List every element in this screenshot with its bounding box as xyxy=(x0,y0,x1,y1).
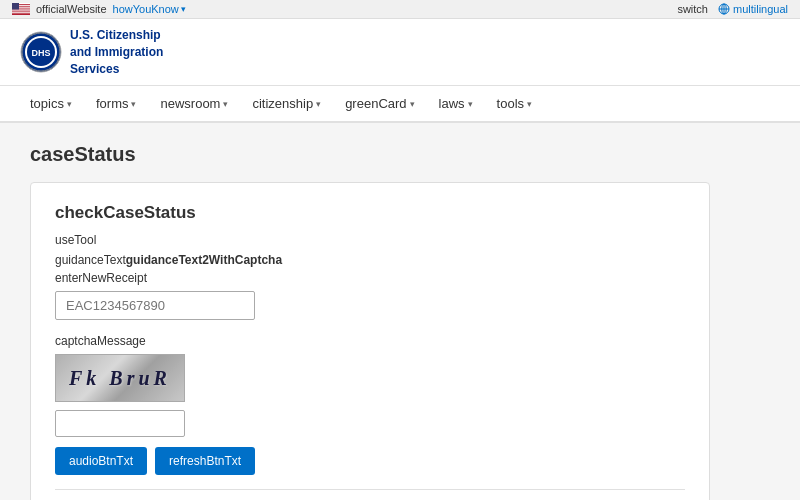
svg-rect-5 xyxy=(12,10,30,11)
refresh-button[interactable]: refreshBtnTxt xyxy=(155,447,255,475)
how-you-know-link[interactable]: howYouKnow ▾ xyxy=(113,3,186,15)
nav-item-tools[interactable]: tools ▾ xyxy=(487,86,542,121)
how-you-know-chevron-icon: ▾ xyxy=(181,4,186,14)
receipt-number-input[interactable] xyxy=(55,291,255,320)
check-case-status-card: checkCaseStatus useTool guidanceTextguid… xyxy=(30,182,710,500)
nav-item-topics[interactable]: topics ▾ xyxy=(20,86,82,121)
dhs-seal-icon: DHS xyxy=(20,31,62,73)
site-header: DHS U.S. Citizenship and Immigration Ser… xyxy=(0,19,800,86)
svg-rect-7 xyxy=(12,3,19,10)
top-banner-left: officialWebsite howYouKnow ▾ xyxy=(12,3,186,15)
logo-text: U.S. Citizenship and Immigration Service… xyxy=(70,27,163,77)
audio-button[interactable]: audioBtnTxt xyxy=(55,447,147,475)
nav-item-forms[interactable]: forms ▾ xyxy=(86,86,147,121)
top-banner-right: switch multilingual xyxy=(677,3,788,15)
captcha-input[interactable] xyxy=(55,410,185,437)
nav-item-laws[interactable]: laws ▾ xyxy=(429,86,483,121)
laws-chevron-icon: ▾ xyxy=(468,99,473,109)
main-nav: topics ▾ forms ▾ newsroom ▾ citizenship … xyxy=(0,86,800,123)
nav-item-citizenship[interactable]: citizenship ▾ xyxy=(242,86,331,121)
page-title: caseStatus xyxy=(30,143,770,166)
main-content: caseStatus checkCaseStatus useTool guida… xyxy=(0,123,800,500)
newsroom-chevron-icon: ▾ xyxy=(223,99,228,109)
card-divider xyxy=(55,489,685,490)
enter-receipt-label: enterNewReceipt xyxy=(55,271,685,285)
captcha-code-text: Fk BruR xyxy=(69,367,171,390)
card-title: checkCaseStatus xyxy=(55,203,685,223)
tools-chevron-icon: ▾ xyxy=(527,99,532,109)
captcha-message-label: captchaMessage xyxy=(55,334,685,348)
action-button-row: audioBtnTxt refreshBtnTxt xyxy=(55,447,685,475)
nav-item-greencard[interactable]: greenCard ▾ xyxy=(335,86,424,121)
nav-item-newsroom[interactable]: newsroom ▾ xyxy=(150,86,238,121)
logo-container: DHS U.S. Citizenship and Immigration Ser… xyxy=(20,27,163,77)
svg-rect-6 xyxy=(12,12,30,13)
multilingual-link[interactable]: multilingual xyxy=(718,3,788,15)
greencard-chevron-icon: ▾ xyxy=(410,99,415,109)
us-flag-icon xyxy=(12,3,30,15)
guidance-text: guidanceTextguidanceText2WithCaptcha xyxy=(55,253,685,267)
citizenship-chevron-icon: ▾ xyxy=(316,99,321,109)
official-website-text: officialWebsite xyxy=(36,3,107,15)
use-tool-label: useTool xyxy=(55,233,685,247)
svg-text:DHS: DHS xyxy=(31,48,50,58)
switch-link[interactable]: switch xyxy=(677,3,708,15)
globe-icon xyxy=(718,3,730,15)
topics-chevron-icon: ▾ xyxy=(67,99,72,109)
captcha-image: Fk BruR xyxy=(55,354,185,402)
forms-chevron-icon: ▾ xyxy=(131,99,136,109)
top-banner: officialWebsite howYouKnow ▾ switch mult… xyxy=(0,0,800,19)
